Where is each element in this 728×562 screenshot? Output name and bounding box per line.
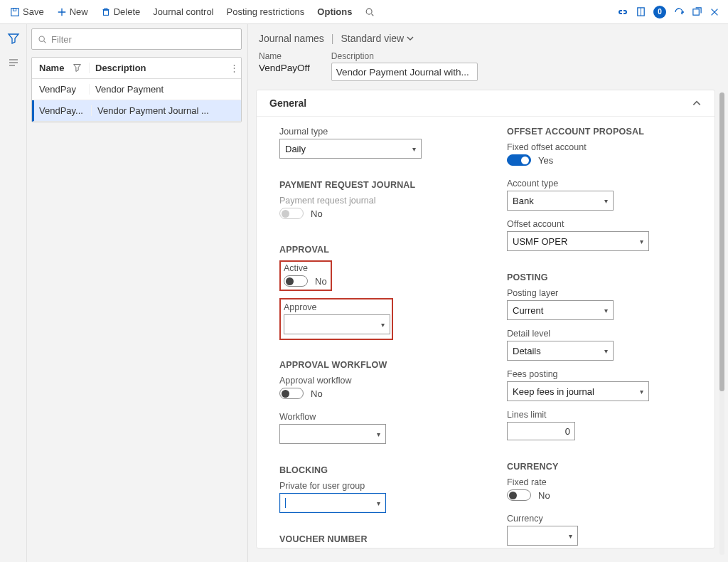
options-label: Options <box>317 6 352 17</box>
svg-rect-5 <box>693 9 699 15</box>
chevron-up-icon <box>692 98 702 108</box>
link-icon[interactable] <box>617 7 628 17</box>
detail-level-label: Detail level <box>507 329 692 339</box>
view-label: Standard view <box>341 33 404 44</box>
breadcrumb: Journal names | Standard view <box>256 30 715 50</box>
funnel-icon[interactable] <box>7 33 20 44</box>
approval-workflow-label: Approval workflow <box>279 376 464 386</box>
payment-request-toggle <box>279 208 304 219</box>
approve-highlight: Approve ▾ <box>279 298 393 340</box>
approve-select[interactable]: ▾ <box>284 314 390 334</box>
popout-icon[interactable] <box>692 6 702 17</box>
posting-restrictions-label: Posting restrictions <box>227 6 305 17</box>
name-value: VendPayOff <box>259 63 310 73</box>
col-header-desc[interactable]: Description <box>89 63 227 73</box>
right-column: OFFSET ACCOUNT PROPOSAL Fixed offset acc… <box>507 127 692 541</box>
crumb-divider: | <box>331 33 334 44</box>
scrollbar[interactable] <box>718 92 725 555</box>
blocking-section: BLOCKING <box>279 465 464 475</box>
left-column: Journal type Daily▾ PAYMENT REQUEST JOUR… <box>279 127 464 541</box>
trash-icon <box>101 7 111 17</box>
description-input[interactable]: Vendor Payment Journal with... <box>331 63 478 81</box>
save-icon <box>10 7 20 17</box>
splitter[interactable] <box>245 24 252 562</box>
document-icon[interactable] <box>636 6 646 17</box>
posting-restrictions-button[interactable]: Posting restrictions <box>221 4 311 20</box>
offset-account-select[interactable]: USMF OPER▾ <box>507 231 649 251</box>
fees-posting-label: Fees posting <box>507 369 692 379</box>
delete-button[interactable]: Delete <box>95 4 146 20</box>
refresh-icon[interactable] <box>673 6 685 18</box>
filter-column-icon[interactable] <box>73 63 82 73</box>
workflow-select[interactable]: ▾ <box>279 424 386 444</box>
lines-limit-input[interactable]: 0 <box>507 422 575 440</box>
journal-type-select[interactable]: Daily▾ <box>279 139 422 159</box>
detail-panel: Journal names | Standard view Name VendP… <box>256 30 715 558</box>
row-desc: Vendor Payment <box>89 84 241 95</box>
new-button[interactable]: New <box>51 4 94 20</box>
fixed-rate-toggle[interactable] <box>507 489 531 501</box>
approval-workflow-value: No <box>311 388 323 399</box>
search-icon <box>365 7 375 17</box>
col-header-name[interactable]: Name <box>32 63 89 73</box>
table-row[interactable]: VendPay... Vendor Payment Journal ... <box>32 100 241 122</box>
action-bar: Save New Delete Journal control Posting … <box>0 0 728 24</box>
private-select[interactable]: ▾ <box>279 493 386 513</box>
filter-input[interactable] <box>51 34 235 45</box>
workflow-label: Workflow <box>279 412 464 422</box>
search-icon <box>38 35 47 44</box>
lines-limit-label: Lines limit <box>507 410 692 420</box>
related-info-icon[interactable] <box>7 57 20 68</box>
approval-workflow-toggle[interactable] <box>279 388 304 399</box>
account-type-select[interactable]: Bank▾ <box>507 191 614 211</box>
currency-section: CURRENCY <box>507 462 692 472</box>
view-selector[interactable]: Standard view <box>341 33 414 44</box>
save-label: Save <box>23 6 44 17</box>
row-desc: Vendor Payment Journal ... <box>91 105 241 116</box>
approval-workflow-section: APPROVAL WORKFLOW <box>279 360 464 370</box>
posting-section: POSTING <box>507 272 692 282</box>
fixed-offset-toggle[interactable] <box>507 154 531 166</box>
close-icon[interactable] <box>710 7 719 17</box>
name-label: Name <box>259 51 310 61</box>
voucher-section: VOUCHER NUMBER <box>279 534 464 544</box>
plus-icon <box>57 7 67 17</box>
svg-point-6 <box>39 36 44 41</box>
grid-header: Name Description ⋮ <box>32 58 241 79</box>
filter-input-wrap[interactable] <box>31 28 242 50</box>
row-name: VendPay <box>32 84 89 95</box>
table-row[interactable]: VendPay Vendor Payment <box>32 79 241 100</box>
journal-control-button[interactable]: Journal control <box>147 4 219 20</box>
grid-more-icon[interactable]: ⋮ <box>227 63 241 73</box>
approve-label: Approve <box>284 302 389 312</box>
active-value: No <box>315 276 327 287</box>
detail-level-select[interactable]: Details▾ <box>507 341 614 361</box>
journal-control-label: Journal control <box>153 6 213 17</box>
private-label: Private for user group <box>279 481 464 491</box>
chevron-down-icon <box>407 35 414 42</box>
fixed-offset-label: Fixed offset account <box>507 142 692 152</box>
options-button[interactable]: Options <box>311 4 358 20</box>
general-card-body: Journal type Daily▾ PAYMENT REQUEST JOUR… <box>257 117 714 548</box>
general-card: General Journal type Daily▾ PAYMENT REQU… <box>256 90 715 548</box>
posting-layer-select[interactable]: Current▾ <box>507 300 614 320</box>
journal-type-label: Journal type <box>279 127 464 137</box>
crumb-journal-names[interactable]: Journal names <box>259 33 324 44</box>
active-toggle[interactable] <box>284 275 308 287</box>
search-button[interactable] <box>359 4 380 20</box>
new-label: New <box>70 6 88 17</box>
notification-badge[interactable]: 0 <box>653 6 666 18</box>
save-button[interactable]: Save <box>4 4 50 20</box>
svg-point-3 <box>367 9 373 14</box>
approval-section: APPROVAL <box>279 245 464 255</box>
row-name: VendPay... <box>34 105 91 116</box>
fees-posting-select[interactable]: Keep fees in journal▾ <box>507 381 649 401</box>
svg-rect-2 <box>103 10 108 15</box>
currency-label: Currency <box>507 514 692 524</box>
svg-rect-0 <box>11 8 19 16</box>
fixed-rate-label: Fixed rate <box>507 477 692 487</box>
currency-select[interactable]: ▾ <box>507 526 578 546</box>
fixed-offset-value: Yes <box>538 155 553 166</box>
account-type-label: Account type <box>507 179 692 189</box>
general-card-header[interactable]: General <box>257 90 714 117</box>
